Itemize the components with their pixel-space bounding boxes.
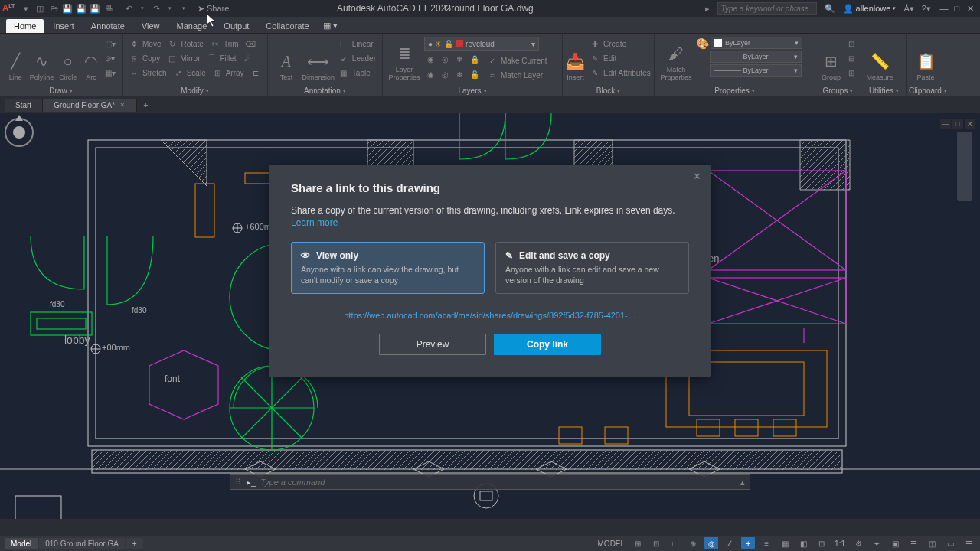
qat-saveas-icon[interactable]: 💾 — [75, 2, 87, 15]
status-scale[interactable]: 1:1 — [833, 540, 847, 548]
measure-button[interactable]: 📏Measure — [864, 35, 895, 81]
panel-label-draw[interactable]: Draw — [3, 86, 119, 96]
stretch-button[interactable]: ↔Stretch — [126, 66, 170, 80]
share-url[interactable]: https://web.autocad.com/acad/me/sid/shar… — [291, 311, 689, 320]
autodesk-app-icon[interactable]: Å▾ — [903, 4, 913, 14]
layer-iso[interactable]: ◉ — [424, 52, 437, 66]
draw-misc3[interactable]: ▦▾ — [102, 66, 119, 80]
paste-button[interactable]: 📋Paste — [910, 35, 941, 81]
explode-button[interactable]: ☄ — [240, 51, 256, 65]
filetab-start[interactable]: Start — [5, 99, 43, 112]
layer-properties-button[interactable]: ≣Layer Properties — [386, 35, 423, 81]
qat-save-icon[interactable]: 💾 — [61, 2, 74, 15]
linear-button[interactable]: ⊢Linear — [335, 37, 379, 51]
match-layer-button[interactable]: ≈Match Layer — [484, 68, 550, 82]
share-button[interactable]: ➤ Share — [198, 4, 229, 14]
filetab-new[interactable]: + — [137, 98, 154, 112]
otrack-icon[interactable]: ∠ — [723, 537, 737, 549]
scale-button[interactable]: ⤢Scale — [170, 66, 209, 80]
layer-lk[interactable]: 🔒 — [467, 52, 482, 66]
status-model[interactable]: MODEL — [596, 540, 627, 548]
layer-frz[interactable]: ❄ — [453, 52, 466, 66]
status-tab-model[interactable]: Model — [5, 538, 38, 549]
polyline-button[interactable]: ∿Polyline — [29, 35, 54, 81]
leader-button[interactable]: ↙Leader — [335, 51, 379, 65]
grp1[interactable]: ⊡ — [845, 37, 858, 51]
ortho-icon[interactable]: ∟ — [668, 537, 681, 549]
gear-icon[interactable]: ⚙ — [851, 537, 865, 549]
qat-undo-drop-icon[interactable]: ▾ — [136, 2, 149, 15]
search-input[interactable] — [717, 2, 817, 15]
group-button[interactable]: ⊞Group — [818, 35, 844, 81]
vp-max-icon[interactable]: □ — [952, 119, 963, 129]
anno2-icon[interactable]: ▣ — [888, 537, 902, 549]
color-wheel-icon[interactable]: 🎨 — [696, 37, 709, 50]
dialog-close-icon[interactable]: ✕ — [693, 171, 701, 182]
nav-bar[interactable] — [957, 132, 972, 201]
command-input[interactable] — [260, 478, 736, 487]
help-icon[interactable]: ?▾ — [922, 4, 931, 14]
trim-button[interactable]: ✂Trim — [207, 37, 242, 51]
option-edit-copy[interactable]: ✎Edit and save a copy Anyone with a link… — [495, 242, 689, 294]
draw-misc2[interactable]: ⊙▾ — [102, 51, 119, 65]
qat-redo-icon[interactable]: ↷ — [150, 2, 162, 15]
tab-insert[interactable]: Insert — [45, 19, 82, 33]
cmd-handle-icon[interactable]: ⠿ — [235, 478, 242, 487]
close-button[interactable]: ✕ — [965, 4, 975, 14]
search-icon[interactable]: 🔍 — [825, 4, 835, 14]
learn-more-link[interactable]: Learn more — [291, 217, 689, 228]
minimize-button[interactable]: — — [939, 4, 949, 13]
fillet-button[interactable]: ⌒Fillet — [203, 51, 239, 65]
tab-featured[interactable]: ▦ ▾ — [318, 18, 342, 33]
option-view-only[interactable]: 👁View only Anyone with a link can view t… — [291, 242, 485, 294]
status-tab-layout[interactable]: 010 Ground Floor GA — [39, 538, 125, 549]
panel-label-annotation[interactable]: Annotation — [271, 86, 379, 96]
array-button[interactable]: ⊞Array — [209, 66, 247, 80]
filetab-drawing[interactable]: Ground Floor GA*✕ — [43, 99, 137, 112]
panel-label-modify[interactable]: Modify — [126, 86, 264, 96]
ws-icon[interactable]: ☰ — [906, 537, 920, 549]
layer-un1[interactable]: ◉ — [424, 67, 437, 81]
qp-icon[interactable]: ◧ — [796, 537, 810, 549]
dimension-button[interactable]: ⟷Dimension — [303, 35, 334, 81]
command-line[interactable]: ⠿ ▸_ ▴ — [230, 474, 750, 490]
circle-button[interactable]: ○Circle — [56, 35, 80, 81]
sc-icon[interactable]: ⊡ — [815, 537, 828, 549]
vp-close-icon[interactable]: ✕ — [965, 119, 975, 129]
table-button[interactable]: ▦Table — [335, 66, 379, 80]
iso-icon[interactable]: ◫ — [925, 537, 939, 549]
tab-home[interactable]: Home — [6, 19, 44, 33]
move-button[interactable]: ✥Move — [126, 37, 164, 51]
layer-un4[interactable]: 🔓 — [467, 67, 482, 81]
polar-icon[interactable]: ⊕ — [686, 537, 700, 549]
preview-button[interactable]: Preview — [379, 334, 486, 355]
panel-label-block[interactable]: Block — [566, 86, 651, 96]
cust-icon[interactable]: ☰ — [962, 537, 975, 549]
layer-un3[interactable]: ❄ — [453, 67, 466, 81]
layer-combo[interactable]: ● ☀ 🔓 revcloud ▾ — [424, 37, 539, 51]
match-properties-button[interactable]: 🖌Match Properties — [658, 35, 694, 81]
color-combo[interactable]: ByLayer▾ — [710, 37, 802, 49]
grid-icon[interactable]: ⊞ — [631, 537, 645, 549]
panel-label-groups[interactable]: Groups — [818, 86, 858, 96]
status-tab-new[interactable]: + — [126, 538, 143, 549]
app-logo[interactable]: ALT — [0, 3, 17, 14]
tab-annotate[interactable]: Annotate — [83, 19, 132, 33]
copy-button[interactable]: ⎘Copy — [126, 51, 163, 65]
layer-un2[interactable]: ◎ — [439, 67, 452, 81]
qat-redo-drop-icon[interactable]: ▾ — [164, 2, 176, 15]
arc-button[interactable]: ◠Arc — [82, 35, 100, 81]
text-button[interactable]: AText — [271, 35, 302, 81]
panel-label-properties[interactable]: Properties — [658, 86, 812, 96]
block-edit-button[interactable]: ✎Edit — [586, 51, 654, 65]
draw-misc1[interactable]: ⬚▾ — [102, 37, 119, 51]
search-start-icon[interactable]: ▸ — [705, 4, 710, 14]
tpy-icon[interactable]: ▦ — [778, 537, 792, 549]
tab-view[interactable]: View — [134, 19, 168, 33]
offset-button[interactable]: ⊏ — [247, 66, 264, 80]
lineweight-combo[interactable]: ———— ByLayer▾ — [710, 51, 802, 63]
qat-new-icon[interactable]: ◫ — [34, 2, 46, 15]
filetab-close-icon[interactable]: ✕ — [119, 101, 126, 109]
maximize-button[interactable]: □ — [952, 4, 962, 13]
qat-plot-icon[interactable]: 🖶 — [103, 2, 115, 15]
